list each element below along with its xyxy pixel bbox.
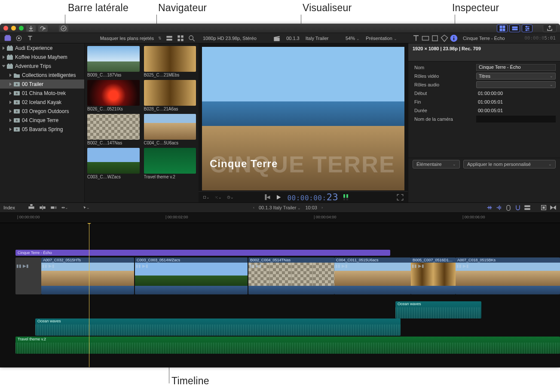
grid-list-toggle-icon[interactable] (177, 35, 184, 42)
disclosure-icon[interactable] (9, 83, 12, 86)
connect-clip-icon[interactable] (28, 204, 35, 211)
disclosure-icon[interactable] (9, 119, 12, 122)
close-button[interactable] (3, 26, 8, 31)
previous-edit-icon[interactable]: ▐◀ (263, 194, 270, 201)
sidebar-item[interactable]: 01 China Moto-trek (0, 89, 84, 98)
video-clip[interactable]: A007_C032_0515HTs▮▮ ▶▮ (41, 257, 134, 294)
search-icon[interactable] (188, 35, 195, 42)
snapping-icon[interactable] (514, 204, 521, 211)
photos-icon[interactable] (15, 35, 22, 42)
titles-icon[interactable] (27, 35, 34, 42)
playhead[interactable] (89, 223, 89, 367)
sidebar-item[interactable]: 05 Bavaria Spring (0, 125, 84, 134)
audio-roles-dropdown[interactable]: ⌄ (476, 81, 556, 88)
clip-appearance-icon[interactable] (166, 35, 173, 42)
clip-thumbnail[interactable] (144, 148, 196, 174)
video-clip[interactable]: C004_C011_0515U6acs▮▮ ▶▮ (334, 257, 411, 294)
sidebar-item[interactable]: 02 Iceland Kayak (0, 98, 84, 107)
timeline-ruler[interactable]: | 00:00:00:00| 00:00:02:00| 00:00:04:00|… (0, 213, 560, 223)
play-button[interactable] (275, 194, 282, 201)
disclosure-icon[interactable] (9, 101, 12, 104)
clip-thumbnail[interactable] (87, 148, 140, 174)
import-button[interactable] (26, 25, 36, 32)
viewer-presentation-dropdown[interactable]: Présentation ⌄ (366, 36, 397, 41)
audio-clip[interactable]: Ocean waves (35, 318, 401, 336)
audio-clip[interactable]: Travel theme v.2 (15, 337, 560, 354)
browser-clip[interactable]: B009_C…187Vas (87, 46, 140, 77)
sidebar-item[interactable]: 04 Cinque Terre (0, 116, 84, 125)
browser-clip[interactable]: C004_C…5U6acs (144, 114, 196, 145)
background-tasks-button[interactable] (59, 25, 68, 32)
toggle-browser-button[interactable] (497, 24, 508, 32)
clip-name-field[interactable]: Cinque Terre - Écho (476, 64, 556, 71)
timeline-project-label[interactable]: 00.1.3 Italy Trailer ⌄ (259, 205, 301, 210)
browser-clip[interactable]: B026_C…0521IXs (87, 80, 140, 111)
enhance-dropdown[interactable]: ⌄ (215, 194, 222, 201)
skimming-icon[interactable] (486, 204, 493, 211)
retime-dropdown[interactable]: ⌄ (227, 194, 234, 201)
metadata-view-dropdown[interactable]: Élémentaire⌄ (413, 160, 460, 168)
video-clip[interactable]: B005_C007_0516D1…▮▮ ▶▮ (411, 257, 456, 294)
viewer-zoom-dropdown[interactable]: 54% ⌄ (346, 36, 360, 41)
sidebar-item[interactable]: Collections intelligentes (0, 70, 84, 80)
browser-clip[interactable]: Travel theme v.2 (144, 148, 196, 179)
disclosure-icon[interactable] (3, 55, 5, 59)
sidebar-item[interactable]: Koffee House Mayhem (0, 52, 84, 61)
lane-view-icon[interactable] (524, 204, 531, 211)
disclosure-icon[interactable] (9, 74, 12, 77)
append-clip-icon[interactable] (50, 204, 57, 211)
timeline-history-forward[interactable]: › (321, 205, 323, 210)
clip-thumbnail[interactable] (87, 114, 140, 140)
clip-thumbnail[interactable] (87, 46, 140, 72)
filter-inspector-tab[interactable] (441, 35, 448, 42)
gap-clip[interactable]: ▮▮ ▶▮ (15, 257, 41, 294)
browser-clip[interactable]: C003_C…WZacs (87, 148, 140, 179)
sidebar-item[interactable]: 00 Trailer (0, 80, 84, 89)
sidebar-item[interactable]: Adventure Trips (0, 61, 84, 70)
clip-thumbnail[interactable] (144, 114, 196, 140)
title-clip[interactable]: Cinque Terre - Écho (15, 250, 390, 256)
transform-tool-dropdown[interactable]: ⌄ (203, 194, 210, 201)
toggle-timeline-button[interactable] (509, 24, 520, 32)
transitions-browser-icon[interactable] (550, 204, 557, 211)
sidebar-item[interactable]: Audi Experience (0, 43, 84, 52)
generator-inspector-tab[interactable] (431, 35, 439, 42)
zoom-button[interactable] (19, 26, 24, 31)
video-clip[interactable]: A007_C018_0515BKs▮▮ ▶▮ (456, 257, 560, 294)
toggle-inspector-button[interactable] (522, 24, 532, 32)
timeline-history-back[interactable]: ‹ (253, 205, 254, 210)
apply-custom-name-dropdown[interactable]: Appliquer le nom personnalisé⌄ (463, 160, 556, 168)
video-roles-dropdown[interactable]: Titres⌄ (476, 73, 556, 80)
audio-clip[interactable]: Ocean waves (395, 301, 481, 318)
clip-thumbnail[interactable] (87, 80, 140, 106)
solo-icon[interactable] (505, 204, 512, 211)
video-clip[interactable]: C003_C003_0514WZacs▮▮ ▶▮ (135, 257, 248, 294)
browser-clip[interactable]: B002_C…14TNas (87, 114, 140, 145)
disclosure-icon[interactable] (9, 128, 12, 131)
browser-clip[interactable]: B028_C…21A6as (144, 80, 196, 111)
clip-filter-dropdown[interactable]: Masquer les plans rejetés (100, 36, 154, 41)
disclosure-icon[interactable] (9, 110, 12, 113)
share-button[interactable] (543, 24, 557, 32)
disclosure-icon[interactable] (9, 92, 12, 95)
library-icon[interactable] (4, 35, 11, 42)
disclosure-icon[interactable] (2, 65, 6, 67)
insert-clip-icon[interactable] (39, 204, 46, 211)
overwrite-clip-icon[interactable]: ⌄ (61, 204, 68, 211)
text-inspector-tab[interactable] (412, 35, 420, 42)
effects-browser-icon[interactable] (540, 204, 547, 211)
clip-thumbnail[interactable] (144, 80, 196, 106)
video-clip[interactable]: B002_C004_0514TNas▮▮ ▶▮ (248, 257, 334, 294)
timeline-index-button[interactable]: Index (3, 205, 15, 210)
timeline[interactable]: Cinque Terre - Écho ▮▮ ▶▮ A007_C032_0515… (0, 223, 560, 367)
keyword-button[interactable] (38, 25, 48, 32)
viewer-canvas[interactable]: CINQUE TERRE Cinque Terre (202, 47, 404, 190)
browser-clip[interactable]: B025_C…21MEbs (144, 46, 196, 77)
sidebar-item[interactable]: 03 Oregon Outdoors (0, 107, 84, 116)
minimize-button[interactable] (11, 26, 16, 31)
disclosure-icon[interactable] (3, 46, 5, 50)
fullscreen-icon[interactable] (397, 194, 404, 201)
clip-thumbnail[interactable] (144, 46, 196, 72)
info-inspector-tab[interactable] (450, 35, 458, 42)
audio-skimming-icon[interactable] (496, 204, 502, 211)
